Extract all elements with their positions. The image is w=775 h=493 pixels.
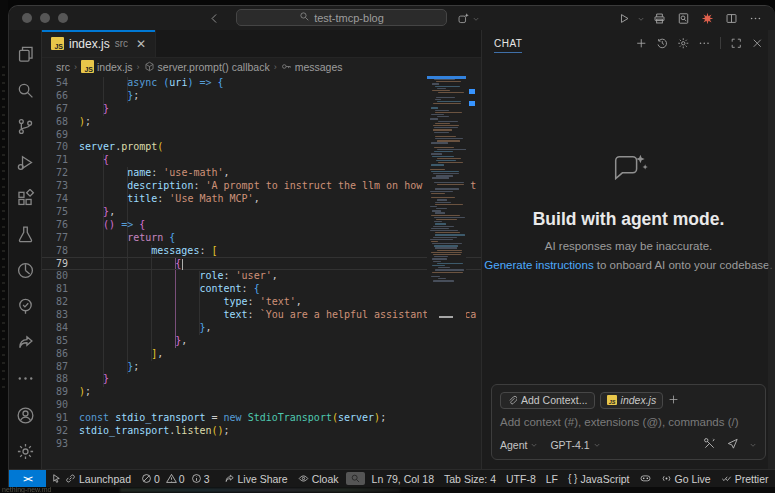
copilot-menu-button[interactable] [454, 9, 480, 27]
code-line-86[interactable]: 86 ], [42, 348, 481, 361]
code-line-79[interactable]: 79 { [42, 257, 481, 270]
chat-input-placeholder[interactable]: Add context (#), extensions (@), command… [500, 416, 757, 428]
breadcrumb-item-3[interactable]: server.prompt() callback [144, 61, 270, 73]
activity-bar-item-search[interactable] [9, 72, 42, 108]
chat-input-box[interactable]: Add Context... JS index.js Add context (… [491, 384, 766, 460]
activity-bar-item-tree-check[interactable] [9, 288, 42, 324]
minimize-window-button[interactable] [40, 13, 50, 23]
code-line-72[interactable]: 72 name: 'use-math', [42, 167, 481, 180]
statusbar-cloak[interactable]: Cloak [293, 470, 344, 487]
activity-bar-item-share[interactable] [9, 324, 42, 360]
search-editor-button[interactable] [673, 9, 693, 27]
navigate-back-button[interactable] [205, 9, 223, 27]
statusbar-encoding[interactable]: UTF-8 [501, 470, 541, 487]
activity-bar-item-run-and-debug[interactable] [9, 144, 42, 180]
run-button[interactable] [613, 9, 633, 27]
code-line-74[interactable]: 74 title: 'Use Math MCP', [42, 193, 481, 206]
statusbar-live-share[interactable]: Live Share [219, 470, 293, 487]
command-center-search[interactable]: test-tmcp-blog [236, 9, 447, 26]
statusbar-eol[interactable]: LF [541, 470, 563, 487]
statusbar-prettier[interactable]: Prettier [716, 470, 774, 487]
code-line-85[interactable]: 85 }, [42, 335, 481, 348]
add-file-button[interactable] [668, 391, 679, 409]
ext-icon [16, 189, 35, 208]
code-line-76[interactable]: 76 () => { [42, 219, 481, 232]
statusbar-cursor-position[interactable]: Ln 79, Col 18 [367, 470, 439, 487]
chat-more-button[interactable] [695, 34, 714, 53]
code-line-67[interactable]: 67 } [42, 103, 481, 116]
statusbar-problems[interactable]: 003 [136, 470, 219, 487]
activity-bar-item-pie[interactable] [9, 252, 42, 288]
chat-history-button[interactable] [653, 34, 672, 53]
tab-chat[interactable]: CHAT [494, 33, 522, 53]
statusbar-tab-size[interactable]: Tab Size: 4 [439, 470, 501, 487]
code-line-69[interactable]: 69 [42, 129, 481, 142]
send-button[interactable] [726, 437, 739, 452]
activity-bar-item-settings[interactable] [9, 433, 42, 469]
activity-bar-item-more[interactable] [9, 360, 42, 396]
context-file-chip[interactable]: JS index.js [600, 392, 664, 409]
breadcrumb-item-2[interactable]: JSindex.js [81, 60, 133, 73]
activity-bar-item-account[interactable] [9, 397, 42, 433]
line-number: 78 [42, 245, 68, 258]
code-line-88[interactable]: 88 } [42, 373, 481, 386]
code-line-83[interactable]: 83 text: `You are a helpful assistant th… [42, 309, 481, 322]
statusbar-copilot[interactable] [635, 470, 656, 487]
close-tab-icon[interactable]: ✕ [136, 37, 146, 51]
minimap[interactable] [427, 75, 466, 469]
zoom-window-button[interactable] [58, 13, 68, 23]
vscode-window: test-tmcp-blog JS index.js src ✕ [8, 5, 775, 487]
more-actions-button[interactable] [745, 9, 765, 27]
activity-bar-item-testing[interactable] [9, 216, 42, 252]
tab-index-js[interactable]: JS index.js src ✕ [42, 30, 156, 57]
code-line-71[interactable]: 71 { [42, 154, 481, 167]
activity-bar-item-source-control[interactable] [9, 108, 42, 144]
statusbar-launchpad[interactable]: Launchpad [46, 470, 136, 487]
chat-close-button[interactable] [748, 34, 767, 53]
breadcrumb-item-4[interactable]: messages [281, 61, 343, 73]
statusbar-remote-button[interactable]: >< [9, 470, 46, 487]
code-line-92[interactable]: 92stdio_transport.listen(); [42, 425, 481, 438]
err-icon [141, 473, 152, 484]
add-context-button[interactable]: Add Context... [500, 392, 595, 409]
generate-instructions-link[interactable]: Generate instructions [484, 259, 593, 271]
tools-button[interactable] [703, 437, 716, 452]
code-line-70[interactable]: 70server.prompt( [42, 141, 481, 154]
code-line-78[interactable]: 78 messages: [ [42, 245, 481, 258]
code-line-93[interactable]: 93 [42, 438, 481, 451]
breadcrumb-item-1[interactable]: src [56, 61, 70, 73]
code-line-82[interactable]: 82 type: 'text', [42, 296, 481, 309]
code-line-54[interactable]: 54 async (uri) => { [42, 77, 481, 90]
code-line-66[interactable]: 66 }; [42, 90, 481, 103]
statusbar-language[interactable]: { }JavaScript [563, 470, 635, 487]
print-button[interactable] [649, 9, 669, 27]
code-line-87[interactable]: 87 }; [42, 361, 481, 374]
statusbar-go-live[interactable]: Go Live [656, 470, 716, 487]
code-editor[interactable]: 54 async (uri) => {66 };67 }68);6970serv… [42, 75, 481, 469]
code-line-89[interactable]: 89); [42, 386, 481, 399]
extension-burst-button[interactable] [697, 9, 717, 27]
mode-selector[interactable]: Agent [500, 439, 538, 451]
burst-icon [701, 12, 714, 25]
code-line-81[interactable]: 81 content: { [42, 283, 481, 296]
code-line-80[interactable]: 80 role: 'user', [42, 270, 481, 283]
code-line-77[interactable]: 77 return { [42, 232, 481, 245]
activity-bar-item-explorer[interactable] [9, 36, 42, 72]
code-line-75[interactable]: 75 }, [42, 206, 481, 219]
activity-bar-item-extensions[interactable] [9, 180, 42, 216]
close-window-button[interactable] [22, 13, 32, 23]
eye-icon [298, 473, 309, 484]
text-cursor [182, 259, 183, 270]
code-line-68[interactable]: 68); [42, 116, 481, 129]
code-line-91[interactable]: 91const stdio_transport = new StdioTrans… [42, 412, 481, 425]
code-line-73[interactable]: 73 description: 'A prompt to instruct th… [42, 180, 481, 193]
code-line-90[interactable]: 90 [42, 399, 481, 412]
chat-scrollbar[interactable] [768, 30, 775, 469]
model-selector[interactable]: GPT-4.1 [550, 439, 600, 451]
chat-settings-button[interactable] [674, 34, 693, 53]
chat-maximize-button[interactable] [727, 34, 746, 53]
new-chat-button[interactable] [632, 34, 651, 53]
split-editor-button[interactable] [721, 9, 741, 27]
statusbar-zoom[interactable] [346, 472, 365, 485]
code-line-84[interactable]: 84 }, [42, 322, 481, 335]
